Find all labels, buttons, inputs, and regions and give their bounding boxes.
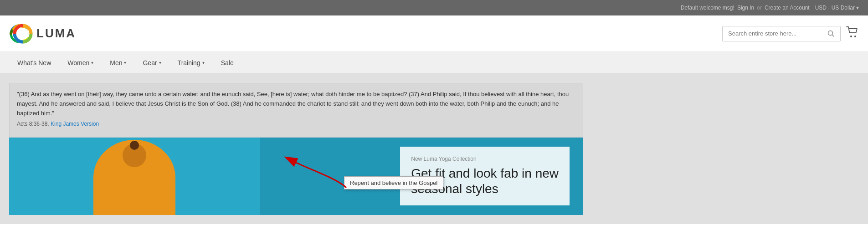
hero-section: New Luma Yoga Collection Get fit and loo… bbox=[9, 138, 583, 215]
chevron-down-icon: ▾ bbox=[159, 60, 161, 65]
tooltip-text: Repent and believe in the Gospel bbox=[350, 179, 437, 186]
search-box[interactable] bbox=[722, 26, 841, 41]
currency-label: USD - US Dollar bbox=[815, 5, 855, 11]
verse-ref-text: Acts 8:36-38, bbox=[17, 121, 49, 127]
content-area: "(36) And as they went on [their] way, t… bbox=[0, 74, 868, 224]
nav-item-whats-new[interactable]: What's New bbox=[9, 53, 59, 73]
header-right bbox=[722, 26, 859, 41]
hero-image-area bbox=[9, 138, 260, 215]
top-bar: Default welcome msg! Sign In or Create a… bbox=[0, 0, 868, 15]
chevron-down-icon: ▾ bbox=[202, 60, 205, 65]
hero-subtitle: New Luma Yoga Collection bbox=[411, 156, 559, 162]
tooltip-popup: Repent and believe in the Gospel bbox=[344, 176, 443, 189]
chevron-down-icon: ▾ bbox=[124, 60, 126, 65]
verse-ref-link[interactable]: King James Version bbox=[51, 121, 99, 127]
verse-block: "(36) And as they went on [their] way, t… bbox=[9, 83, 583, 138]
cart-icon bbox=[846, 26, 859, 38]
main-nav: What's New Women ▾ Men ▾ Gear ▾ Training bbox=[0, 52, 868, 74]
chevron-down-icon: ▾ bbox=[91, 60, 93, 65]
luma-logo-ring bbox=[13, 24, 33, 44]
search-input[interactable] bbox=[728, 30, 824, 37]
svg-point-9 bbox=[854, 36, 856, 37]
site-header: LUMA bbox=[0, 15, 868, 52]
nav-item-women[interactable]: Women ▾ bbox=[59, 53, 102, 73]
nav-item-training[interactable]: Training ▾ bbox=[169, 53, 213, 73]
cart-button[interactable] bbox=[846, 26, 859, 41]
search-icon bbox=[827, 30, 835, 37]
hero-person-figure bbox=[93, 140, 175, 215]
welcome-message: Default welcome msg! bbox=[681, 5, 734, 11]
nav-link-women[interactable]: Women ▾ bbox=[59, 53, 102, 73]
nav-link-men[interactable]: Men ▾ bbox=[102, 53, 134, 73]
or-separator: or bbox=[757, 5, 762, 11]
currency-selector[interactable]: USD - US Dollar ▾ bbox=[815, 5, 859, 11]
svg-point-8 bbox=[850, 36, 852, 37]
nav-item-gear[interactable]: Gear ▾ bbox=[134, 53, 169, 73]
create-account-link[interactable]: Create an Account bbox=[765, 5, 810, 11]
nav-link-whats-new[interactable]: What's New bbox=[9, 53, 59, 73]
svg-line-7 bbox=[832, 35, 834, 36]
signin-link[interactable]: Sign In bbox=[737, 5, 754, 11]
nav-link-sale[interactable]: Sale bbox=[213, 53, 242, 73]
verse-text: "(36) And as they went on [their] way, t… bbox=[17, 90, 575, 118]
search-button[interactable] bbox=[827, 30, 835, 37]
nav-link-gear[interactable]: Gear ▾ bbox=[134, 53, 169, 73]
nav-list: What's New Women ▾ Men ▾ Gear ▾ Training bbox=[9, 53, 242, 73]
verse-reference: Acts 8:36-38, King James Version bbox=[17, 120, 575, 128]
nav-item-men[interactable]: Men ▾ bbox=[102, 53, 134, 73]
nav-link-training[interactable]: Training ▾ bbox=[169, 53, 213, 73]
logo-area[interactable]: LUMA bbox=[9, 24, 76, 44]
logo-text: LUMA bbox=[36, 26, 76, 41]
currency-chevron-icon: ▾ bbox=[856, 5, 859, 11]
svg-point-5 bbox=[17, 28, 29, 40]
nav-item-sale[interactable]: Sale bbox=[213, 53, 242, 73]
